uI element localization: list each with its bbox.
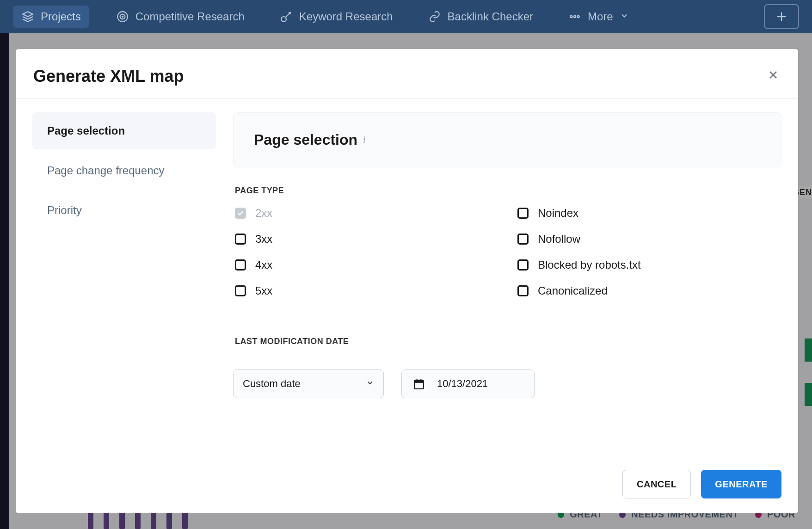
modal-body: Page selection Page change frequency Pri… xyxy=(16,98,798,398)
link-icon xyxy=(428,10,441,23)
tab-priority[interactable]: Priority xyxy=(32,192,216,229)
checkbox[interactable] xyxy=(235,259,246,271)
checkbox-nofollow[interactable]: Nofollow xyxy=(517,233,781,246)
nav-label: Competitive Research xyxy=(135,10,245,23)
checkbox-4xx[interactable]: 4xx xyxy=(235,258,499,271)
checkbox-canonicalized[interactable]: Canonicalized xyxy=(517,284,781,297)
page-type-grid: 2xx Noindex 3xx Nofollow 4xx xyxy=(233,207,781,297)
checkbox[interactable] xyxy=(517,285,529,296)
modal-footer: CANCEL GENERATE xyxy=(622,470,781,498)
nav-projects[interactable]: Projects xyxy=(13,6,89,28)
tab-page-change-frequency[interactable]: Page change frequency xyxy=(32,152,216,189)
nav-label: More xyxy=(588,10,613,23)
svg-point-9 xyxy=(577,16,579,18)
date-row: Custom date 10/13/2021 xyxy=(233,369,781,398)
generate-xml-modal: Generate XML map Page selection Page cha… xyxy=(16,49,798,513)
checkbox xyxy=(235,208,246,219)
nav-label: Projects xyxy=(41,10,81,23)
modal-tabs: Page selection Page change frequency Pri… xyxy=(16,112,233,398)
nav-competitive[interactable]: Competitive Research xyxy=(108,6,253,28)
chevron-down-icon xyxy=(620,10,629,23)
svg-rect-15 xyxy=(414,380,424,382)
nav-keyword[interactable]: Keyword Research xyxy=(271,6,401,28)
checkbox-noindex[interactable]: Noindex xyxy=(517,207,781,220)
chevron-down-icon xyxy=(366,378,374,390)
cancel-button[interactable]: CANCEL xyxy=(622,470,691,498)
add-button[interactable] xyxy=(764,4,799,29)
modal-header: Generate XML map xyxy=(16,49,798,98)
checkbox-robots[interactable]: Blocked by robots.txt xyxy=(517,258,781,271)
checkbox-3xx[interactable]: 3xx xyxy=(235,233,499,246)
date-input[interactable]: 10/13/2021 xyxy=(401,369,535,398)
modal-title: Generate XML map xyxy=(33,67,766,86)
checkbox[interactable] xyxy=(235,234,246,245)
last-mod-label: LAST MODIFICATION DATE xyxy=(235,337,781,346)
modal-main-panel: Page selection i PAGE TYPE 2xx Noindex xyxy=(233,112,781,398)
date-mode-select[interactable]: Custom date xyxy=(233,369,384,398)
divider xyxy=(233,318,781,318)
svg-point-7 xyxy=(570,16,572,18)
svg-point-8 xyxy=(574,16,576,18)
close-button[interactable] xyxy=(766,67,781,86)
top-nav: Projects Competitive Research Keyword Re… xyxy=(0,0,812,33)
nav-label: Backlink Checker xyxy=(448,10,533,23)
target-icon xyxy=(116,10,129,23)
close-icon xyxy=(768,69,779,80)
checkbox-5xx[interactable]: 5xx xyxy=(235,284,499,297)
key-icon xyxy=(280,10,293,23)
calendar-icon xyxy=(413,378,425,390)
svg-marker-0 xyxy=(23,12,33,17)
info-icon[interactable]: i xyxy=(363,135,366,145)
layers-icon xyxy=(21,10,34,23)
tab-page-selection[interactable]: Page selection xyxy=(32,112,216,149)
checkbox[interactable] xyxy=(517,259,529,271)
checkbox[interactable] xyxy=(517,208,529,219)
nav-backlink[interactable]: Backlink Checker xyxy=(420,6,541,28)
checkbox[interactable] xyxy=(235,285,246,296)
section-header: Page selection i xyxy=(233,112,781,167)
more-icon xyxy=(568,10,581,23)
svg-point-3 xyxy=(122,16,123,17)
generate-button[interactable]: GENERATE xyxy=(701,470,781,498)
nav-label: Keyword Research xyxy=(299,10,393,23)
section-title: Page selection xyxy=(254,131,357,148)
checkbox-2xx: 2xx xyxy=(235,207,499,220)
checkbox[interactable] xyxy=(517,234,529,245)
page-type-label: PAGE TYPE xyxy=(235,186,781,196)
nav-more[interactable]: More xyxy=(560,6,637,28)
